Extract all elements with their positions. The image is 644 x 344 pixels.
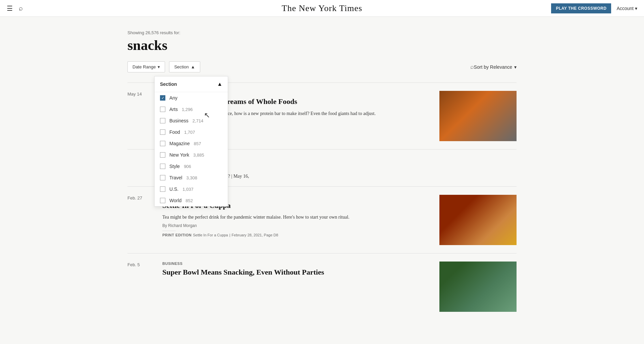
article-image — [439, 91, 517, 141]
section-dropdown: Section ▲ AnyArts1,296Business2,714Food1… — [154, 76, 228, 207]
article-date — [127, 154, 154, 182]
edition-separator: | — [229, 233, 230, 237]
section-item[interactable]: Arts1,296 — [155, 104, 228, 115]
edition-label: PRINT EDITION — [162, 233, 192, 237]
section-item[interactable]: U.S.1,037 — [155, 183, 228, 195]
section-item-name: World — [169, 198, 181, 203]
header: ☰ ⌕ The New York Times PLAY THE CROSSWOR… — [0, 0, 644, 17]
header-right: PLAY THE CROSSWORD Account ▾ — [551, 3, 637, 13]
filters-row: ↖ Date Range ▾ Section ▲ Section ▲ AnyAr… — [127, 61, 517, 72]
section-item-count: 3,885 — [193, 153, 204, 158]
date-range-label: Date Range — [132, 64, 156, 69]
section-dropdown-header: Section ▲ — [155, 76, 228, 92]
account-chevron-icon: ▾ — [635, 6, 637, 11]
section-item-name: Arts — [169, 107, 178, 112]
article-section: BUSINESS — [162, 262, 431, 266]
section-dropdown-title: Section — [160, 81, 177, 87]
section-item[interactable]: Magazine857 — [155, 138, 228, 149]
section-item-count: 857 — [194, 141, 201, 146]
date-range-filter-button[interactable]: Date Range ▾ — [127, 61, 165, 72]
header-search-icon[interactable]: ⌕ — [19, 4, 23, 12]
section-item-name: Food — [169, 129, 180, 135]
sort-search-icon[interactable]: ⌕ — [470, 63, 474, 70]
edition-title: Settle In For a Cuppa — [193, 233, 228, 237]
sort-label: Sort by Relevance — [474, 64, 512, 70]
sort-area: ⌕ Sort by Relevance ▾ — [470, 63, 517, 70]
results-info: Showing 26,576 results for: — [127, 30, 517, 35]
section-checkbox[interactable] — [160, 186, 165, 192]
article-content: BUSINESS Super Bowl Means Snacking, Even… — [162, 262, 431, 312]
section-filter-label: Section — [174, 64, 189, 69]
section-item[interactable]: Style906 — [155, 161, 228, 172]
sort-button[interactable]: Sort by Relevance ▾ — [474, 64, 517, 70]
main-content: Showing 26,576 results for: snacks ↖ Dat… — [121, 17, 523, 320]
section-item[interactable]: Business2,714 — [155, 115, 228, 126]
section-checkbox[interactable] — [160, 118, 165, 123]
section-item-name: Magazine — [169, 141, 190, 146]
play-crossword-button[interactable]: PLAY THE CROSSWORD — [551, 3, 611, 13]
section-item-name: Any — [169, 95, 177, 101]
section-checkbox[interactable] — [160, 152, 165, 158]
section-checkbox[interactable] — [160, 95, 165, 101]
section-item-count: 2,714 — [193, 118, 204, 123]
section-item[interactable]: Travel3,308 — [155, 172, 228, 183]
section-item-name: Travel — [169, 175, 182, 180]
section-item-count: 1,296 — [182, 107, 193, 112]
section-item-name: Style — [169, 164, 180, 169]
section-item-name: U.S. — [169, 186, 178, 192]
section-checkbox[interactable] — [160, 164, 165, 169]
section-items-container: AnyArts1,296Business2,714Food1,707Magazi… — [155, 92, 228, 206]
account-link[interactable]: Account ▾ — [616, 6, 637, 11]
article-date: May 14 — [127, 91, 154, 141]
section-dropdown-collapse-icon[interactable]: ▲ — [217, 81, 222, 87]
nyt-logo: The New York Times — [282, 3, 363, 13]
header-center: The New York Times — [282, 3, 363, 13]
article-date: Feb. 5 — [127, 262, 154, 312]
section-item[interactable]: World852 — [155, 195, 228, 206]
article-date: Feb. 27 — [127, 195, 154, 245]
article-excerpt: Tea might be the perfect drink for the p… — [162, 214, 431, 221]
section-item-name: New York — [169, 152, 189, 158]
section-item-count: 1,707 — [184, 130, 195, 135]
section-item[interactable]: Any — [155, 92, 228, 104]
section-checkbox[interactable] — [160, 198, 165, 203]
header-left: ☰ ⌕ — [7, 4, 23, 12]
search-term: snacks — [127, 37, 517, 53]
edition-date: February 28, 2021, Page D8 — [232, 233, 278, 237]
section-item-name: Business — [169, 118, 189, 123]
section-item-count: 906 — [184, 164, 191, 169]
article-item: Feb. 5 BUSINESS Super Bowl Means Snackin… — [127, 253, 517, 320]
article-edition: PRINT EDITION Settle In For a Cuppa | Fe… — [162, 233, 431, 237]
section-item-count: 1,037 — [182, 187, 194, 192]
section-checkbox[interactable] — [160, 141, 165, 146]
hamburger-icon[interactable]: ☰ — [7, 4, 13, 12]
article-byline: By Richard Morgan — [162, 223, 431, 228]
section-checkbox[interactable] — [160, 107, 165, 112]
article-image — [439, 195, 517, 245]
article-title[interactable]: Super Bowl Means Snacking, Even Without … — [162, 268, 431, 277]
date-range-chevron-icon: ▾ — [158, 64, 160, 69]
section-item[interactable]: Food1,707 — [155, 126, 228, 138]
section-item[interactable]: New York3,885 — [155, 149, 228, 161]
section-filter-button[interactable]: Section ▲ — [169, 61, 200, 72]
section-item-count: 3,308 — [186, 175, 197, 180]
account-label: Account — [616, 6, 634, 11]
section-checkbox[interactable] — [160, 175, 165, 180]
section-item-count: 852 — [185, 198, 193, 203]
article-image — [439, 262, 517, 312]
section-filter-chevron-icon: ▲ — [191, 64, 195, 69]
sort-chevron-icon: ▾ — [514, 64, 517, 70]
section-checkbox[interactable] — [160, 129, 165, 135]
